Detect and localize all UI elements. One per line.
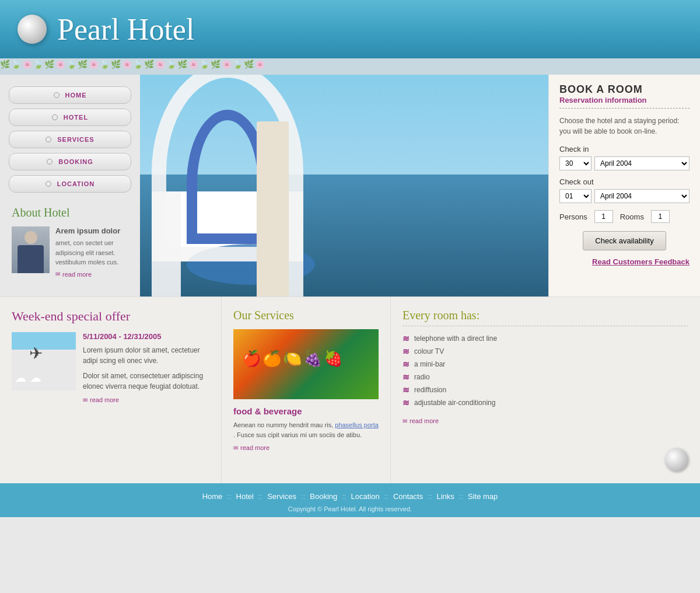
footer-sep-1: :: [227, 492, 231, 501]
service-image [233, 329, 379, 399]
service-description: Aenean no nummy hendrit mau ris, phasell… [233, 420, 379, 439]
check-availability-button[interactable]: Check availability [583, 231, 666, 250]
special-offer-section: Week-end special offer 5/11/2004 - 12/31… [0, 297, 222, 483]
checkin-month-select[interactable]: April 2004 [594, 156, 690, 170]
footer-link-links[interactable]: Links [436, 492, 454, 501]
bullet-icon: ≋ [402, 385, 410, 395]
nav-home[interactable]: HOME [9, 86, 131, 104]
nav-home-label: HOME [65, 92, 87, 99]
feature-rediffusion: ≋ rediffusion [402, 383, 688, 396]
room-features-title: Every room has: [402, 309, 688, 326]
footer-sep-5: :: [384, 492, 388, 501]
about-read-more-link[interactable]: read more [55, 271, 128, 278]
offer-read-more-link[interactable]: read more [83, 396, 209, 403]
site-title: Pearl Hotel [57, 12, 194, 47]
about-hotel-title: About Hotel [12, 206, 128, 219]
top-section: HOME HOTEL SERVICES BOOKING LOCATION Abo… [0, 75, 700, 296]
nav-hotel-label: HOTEL [64, 114, 88, 121]
footer-sep-3: :: [301, 492, 305, 501]
service-desc2-text: . Fusce sus cipit varius mi um sociis de… [233, 431, 362, 438]
bullet-icon: ≋ [402, 372, 410, 382]
nav-location-label: LOCATION [57, 180, 95, 187]
footer-sep-6: :: [428, 492, 432, 501]
bottom-section: Week-end special offer 5/11/2004 - 12/31… [0, 296, 700, 483]
bullet-icon: ≋ [402, 347, 410, 356]
nav-services-label: SERVICES [57, 136, 94, 143]
about-text: Arem ipsum dolor amet, con sectet uer ad… [55, 226, 128, 278]
feature-minibar: ≋ a mini-bar [402, 358, 688, 371]
checkin-day-select[interactable]: 30 [559, 156, 592, 170]
feature-tv: ≋ colour TV [402, 345, 688, 358]
about-person-name: Arem ipsum dolor [55, 226, 128, 235]
feature-radio-text: radio [414, 373, 430, 381]
feature-rediffusion-text: rediffusion [414, 386, 446, 394]
booking-description: Choose the hotel and a staying period: y… [559, 116, 690, 137]
booking-divider [559, 108, 690, 109]
book-room-title: BOOK A ROOM [559, 83, 690, 96]
service-name: food & beverage [233, 406, 379, 416]
footer-link-hotel[interactable]: Hotel [236, 492, 254, 501]
bullet-icon: ≋ [402, 398, 410, 407]
checkout-label: Check out [559, 177, 690, 186]
footer-sep-4: :: [342, 492, 346, 501]
feature-aircon: ≋ adjustable air-conditioning [402, 396, 688, 409]
footer-link-contacts[interactable]: Contacts [393, 492, 423, 501]
services-section: Our Services food & beverage Aenean no n… [222, 297, 391, 483]
offer-image [12, 332, 76, 390]
nav-dot-icon [46, 137, 51, 142]
checkout-day-select[interactable]: 01 [559, 189, 592, 203]
left-nav: HOME HOTEL SERVICES BOOKING LOCATION Abo… [0, 75, 140, 296]
checkin-label: Check in [559, 145, 690, 154]
footer-sep-7: :: [459, 492, 463, 501]
customers-feedback-link[interactable]: Read Customers Feedback [559, 257, 690, 266]
service-link[interactable]: phasellus porta [335, 421, 379, 428]
footer-sep-2: :: [258, 492, 262, 501]
features-read-more-link[interactable]: read more [402, 417, 688, 424]
about-body-text: amet, con sectet uer adipiscing elit rae… [55, 238, 128, 267]
feature-telephone-text: telephone with a direct line [414, 334, 497, 343]
nav-dot-icon [46, 181, 51, 187]
nav-hotel[interactable]: HOTEL [9, 109, 131, 126]
about-hotel-section: About Hotel Arem ipsum dolor amet, con s… [9, 197, 131, 278]
offer-body1: Lorem ipsum dolor sit amet, cectetuer ad… [83, 345, 209, 366]
feature-minibar-text: a mini-bar [414, 360, 445, 368]
center-column [257, 121, 289, 296]
checkin-row: 30 April 2004 [559, 156, 690, 170]
footer-link-home[interactable]: Home [202, 492, 223, 501]
offer-date: 5/11/2004 - 12/31/2005 [83, 332, 209, 341]
footer: Home :: Hotel :: Services :: Booking :: … [0, 483, 700, 517]
about-content: Arem ipsum dolor amet, con sectet uer ad… [12, 226, 128, 278]
offer-content: 5/11/2004 - 12/31/2005 Lorem ipsum dolor… [12, 332, 209, 403]
booking-subtitle: Reservation information [559, 96, 690, 104]
booking-panel: BOOK A ROOM Reservation information Choo… [548, 75, 700, 296]
persons-label: Persons [559, 212, 587, 221]
footer-link-services[interactable]: Services [267, 492, 296, 501]
checkout-month-select[interactable]: April 2004 [594, 189, 690, 203]
header: Pearl Hotel [0, 0, 700, 58]
hero-image [140, 75, 548, 296]
persons-input[interactable] [594, 210, 613, 223]
bullet-icon: ≋ [402, 360, 410, 369]
footer-copyright: Copyright © Pearl Hotel. All rights rese… [0, 505, 700, 512]
pearl-logo-icon [18, 15, 47, 44]
nav-dot-icon [47, 159, 52, 165]
feature-radio: ≋ radio [402, 371, 688, 383]
rooms-input[interactable] [651, 210, 670, 223]
persons-rooms-row: Persons Rooms [559, 210, 690, 223]
offer-body2: Dolor sit amet, consectetuer adipiscing … [83, 371, 209, 392]
footer-link-sitemap[interactable]: Site map [468, 492, 498, 501]
nav-booking[interactable]: BOOKING [9, 153, 131, 170]
feature-aircon-text: adjustable air-conditioning [414, 399, 495, 407]
nav-location[interactable]: LOCATION [9, 175, 131, 193]
offer-text: 5/11/2004 - 12/31/2005 Lorem ipsum dolor… [83, 332, 209, 403]
room-features-section: Every room has: ≋ telephone with a direc… [391, 297, 700, 483]
nav-booking-label: BOOKING [58, 158, 93, 165]
nav-dot-icon [54, 92, 60, 98]
footer-link-booking[interactable]: Booking [310, 492, 337, 501]
footer-link-location[interactable]: Location [351, 492, 379, 501]
feature-tv-text: colour TV [414, 347, 444, 355]
service-read-more-link[interactable]: read more [233, 444, 379, 451]
floral-decoration [0, 58, 700, 75]
feature-list: ≋ telephone with a direct line ≋ colour … [402, 332, 688, 409]
nav-services[interactable]: SERVICES [9, 131, 131, 148]
